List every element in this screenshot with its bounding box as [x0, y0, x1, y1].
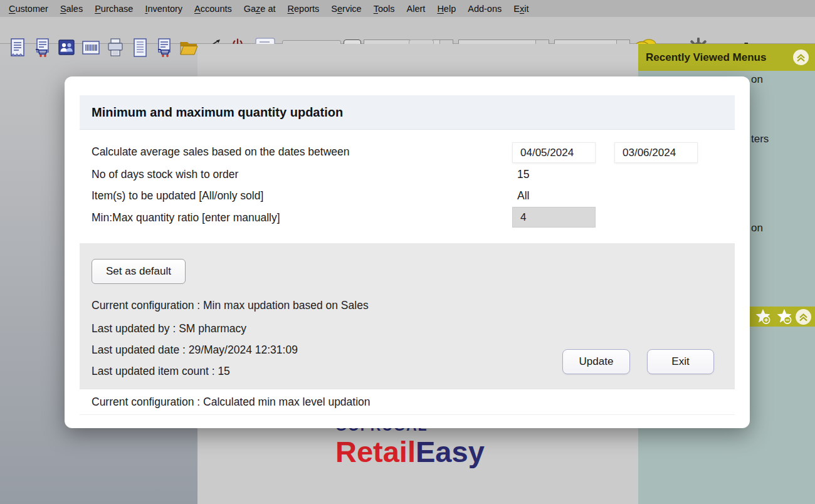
- items-updated-value[interactable]: All: [517, 189, 529, 202]
- days-stock-value[interactable]: 15: [517, 168, 529, 181]
- menu-inventory[interactable]: Inventory: [145, 4, 182, 14]
- menu-exit[interactable]: Exit: [513, 4, 528, 14]
- barcode-icon[interactable]: [80, 36, 102, 59]
- folder-icon[interactable]: [177, 36, 200, 59]
- ratio-label: Min:Max quantity ratio [enter manually]: [92, 211, 280, 224]
- menu-sales[interactable]: Sales: [60, 4, 83, 14]
- ratio-input[interactable]: [512, 207, 596, 228]
- purchase-cart-icon[interactable]: [153, 36, 176, 59]
- menu-service[interactable]: Service: [331, 4, 361, 14]
- to-date-field[interactable]: 03/06/2024: [614, 142, 698, 163]
- menu-customer[interactable]: Customer: [9, 4, 48, 14]
- recent-menu-item[interactable]: on: [751, 73, 763, 86]
- menu-gaze-at[interactable]: Gaze at: [244, 4, 276, 14]
- menu-tools[interactable]: Tools: [374, 4, 395, 14]
- dialog-footer: Current configuration : Calculated min m…: [80, 389, 735, 415]
- collapse-favorites-icon[interactable]: [795, 308, 812, 328]
- retaileasy-wordmark: RetailEasy: [335, 436, 485, 468]
- toolbar: EXIT Go SM Pharmacy Main Division Chenna…: [0, 17, 815, 44]
- menu-accounts[interactable]: Accounts: [194, 4, 232, 14]
- menu-add-ons[interactable]: Add-ons: [468, 4, 502, 14]
- recently-viewed-header: Recently Viewed Menus: [638, 44, 815, 71]
- from-date-field[interactable]: 04/05/2024: [512, 142, 596, 163]
- last-updated-by-line: Last updated by : SM pharmacy: [92, 322, 246, 335]
- printer-icon[interactable]: [104, 36, 127, 59]
- add-favorite-icon[interactable]: [754, 308, 772, 328]
- dialog-title: Minimum and maximum quantity updation: [92, 105, 343, 120]
- items-updated-label: Item(s) to be updated [All/only sold]: [92, 189, 263, 202]
- dialog-titlebar: Minimum and maximum quantity updation: [80, 95, 735, 130]
- menu-purchase[interactable]: Purchase: [95, 4, 133, 14]
- bill-icon[interactable]: [6, 36, 29, 59]
- recent-menu-item[interactable]: ters: [751, 133, 769, 145]
- remove-favorite-icon[interactable]: [776, 308, 793, 328]
- footer-config-line: Current configuration : Calculated min m…: [92, 396, 371, 409]
- app-window: Customer Sales Purchase Inventory Accoun…: [0, 0, 815, 504]
- sales-cart-icon[interactable]: [31, 36, 53, 59]
- menubar: Customer Sales Purchase Inventory Accoun…: [0, 0, 815, 17]
- list-icon[interactable]: [129, 36, 151, 59]
- last-updated-date-line: Last updated date : 29/May/2024 12:31:09: [92, 344, 298, 357]
- collapse-panel-icon[interactable]: [792, 49, 809, 68]
- customers-icon[interactable]: [55, 36, 78, 59]
- set-default-button[interactable]: Set as default: [92, 259, 186, 284]
- menu-help[interactable]: Help: [437, 4, 456, 14]
- min-max-quantity-dialog: Minimum and maximum quantity updation Ca…: [65, 76, 750, 428]
- menu-reports[interactable]: Reports: [288, 4, 320, 14]
- recent-menu-item[interactable]: on: [751, 222, 763, 234]
- date-range-label: Calculate average sales based on the dat…: [92, 145, 350, 159]
- update-button[interactable]: Update: [562, 349, 630, 374]
- menu-alert[interactable]: Alert: [407, 4, 426, 14]
- days-stock-label: No of days stock wish to order: [92, 168, 238, 181]
- exit-button[interactable]: Exit: [647, 349, 714, 374]
- current-config-line: Current configuration : Min max updation…: [92, 299, 369, 312]
- recently-viewed-title: Recently Viewed Menus: [646, 51, 766, 64]
- last-updated-count-line: Last updated item count : 15: [92, 365, 230, 378]
